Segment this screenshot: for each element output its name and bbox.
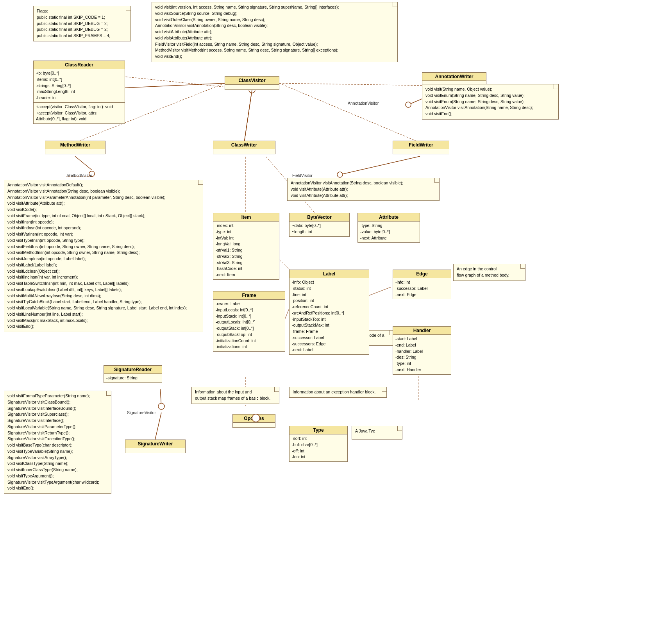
handler-note: Information about an exception handler b… (289, 387, 387, 398)
method-writer-header: MethodWriter (45, 141, 105, 149)
edge-header: Edge (393, 270, 451, 278)
svg-point-8 (337, 172, 343, 177)
frame-header: Frame (213, 291, 285, 300)
svg-line-21 (155, 413, 161, 440)
annotation-visitor-note: void visit(String name, Object value); v… (422, 84, 559, 120)
class-reader-methods: +accept(visitor: ClassVisitor, flag: int… (34, 102, 125, 123)
flags-note: Flags: public static final int SKIP_CODE… (33, 6, 131, 41)
field-visitor-note: AnnotationVisitor visitAnnotation(String… (287, 178, 440, 201)
svg-line-2 (244, 90, 252, 143)
field-visitor-note-content: AnnotationVisitor visitAnnotation(String… (291, 180, 436, 198)
svg-point-25 (252, 414, 260, 422)
attribute-fields: -type: String -value: byte[0..*] -next: … (358, 222, 420, 242)
uml-diagram: Flags: public static final int SKIP_CODE… (0, 0, 672, 629)
signature-writer-header: SignatureWriter (125, 440, 185, 448)
method-visitor-note: AnnotationVisitor visitAnnotationDefault… (4, 180, 203, 332)
byte-vector-fields: ~data: byte[0..*] ~length: int (290, 222, 349, 236)
class-visitor-note: void visit(int version, int access, Stri… (152, 2, 398, 62)
handler-header: Handler (393, 327, 451, 335)
edge-fields: -info: int -successor: Label -next: Edge (393, 278, 451, 299)
item-header: Item (213, 213, 279, 222)
class-reader-box: ClassReader +b: byte[0..*] -items: int[0… (33, 61, 125, 124)
class-reader-fields: +b: byte[0..*] -items: int[0..*] -string… (34, 69, 125, 102)
type-header: Type (290, 426, 347, 434)
field-writer-box: FieldWriter (393, 141, 449, 154)
method-visitor-note-content: AnnotationVisitor visitAnnotationDefault… (7, 182, 200, 330)
annotation-writer-header: AnnotationWriter (422, 73, 486, 81)
edge-note-text: An edge in the controlflow graph of a me… (457, 266, 509, 277)
flags-note-content: Flags: public static final int SKIP_CODE… (37, 8, 127, 39)
svg-line-5 (75, 156, 92, 170)
label-fields: -info: Object -status: int -line: int -p… (290, 278, 369, 354)
signature-reader-fields: -signature: String (104, 374, 162, 382)
frame-box: Frame -owner: Label -inputLocals: int[0.… (213, 291, 285, 352)
byte-vector-header: ByteVector (290, 213, 349, 222)
annotation-visitor-note-content: void visit(String name, Object value); v… (425, 86, 555, 117)
svg-line-12 (279, 83, 420, 143)
type-note: A Java Tye (352, 426, 402, 440)
type-fields: -sort: int -buf: char[0..*] -off: int -l… (290, 434, 347, 461)
signature-visitor-note-content: void visitFormalTypeParameter(String nam… (7, 393, 108, 491)
item-fields: -index: int -type: int -intVal: int -lon… (213, 222, 279, 279)
method-visitor-label: MethodVisitor (67, 173, 92, 178)
frame-fields: -owner: Label -inputLocals: int[0..*] -i… (213, 300, 285, 351)
method-writer-box: MethodWriter (45, 141, 105, 154)
field-visitor-label: FieldVisitor (292, 173, 313, 178)
frame-note: Information about the input andoutput st… (191, 387, 279, 404)
handler-fields: -start: Label -end: Label -handler: Labe… (393, 335, 451, 374)
frame-note-text: Information about the input andoutput st… (195, 390, 270, 400)
attribute-header: Attribute (358, 213, 420, 222)
class-writer-header: ClassWriter (213, 141, 275, 149)
signature-writer-box: SignatureWriter (125, 440, 186, 453)
opcodes-circle (250, 412, 262, 424)
class-visitor-header: ClassVisitor (225, 77, 279, 85)
type-box: Type -sort: int -buf: char[0..*] -off: i… (289, 426, 348, 462)
svg-line-1 (123, 83, 225, 88)
class-visitor-box: ClassVisitor (225, 76, 279, 90)
type-note-text: A Java Tye (355, 429, 375, 433)
field-writer-header: FieldWriter (393, 141, 449, 149)
class-reader-header: ClassReader (34, 61, 125, 69)
handler-note-text: Information about an exception handler b… (293, 390, 375, 394)
svg-point-4 (406, 102, 411, 107)
item-box: Item -index: int -type: int -intVal: int… (213, 213, 279, 280)
svg-point-20 (158, 403, 164, 409)
signature-reader-header: SignatureReader (104, 366, 162, 374)
edge-note: An edge in the controlflow graph of a me… (453, 264, 525, 281)
byte-vector-box: ByteVector ~data: byte[0..*] ~length: in… (289, 213, 350, 237)
attribute-box: Attribute -type: String -value: byte[0..… (357, 213, 420, 243)
edge-box: Edge -info: int -successor: Label -next:… (393, 270, 451, 299)
signature-reader-box: SignatureReader -signature: String (104, 365, 162, 383)
class-visitor-note-content: void visit(int version, int access, Stri… (155, 4, 394, 60)
signature-visitor-note: void visitFormalTypeParameter(String nam… (4, 391, 111, 494)
label-header: Label (290, 270, 369, 278)
svg-line-10 (244, 90, 252, 143)
signature-visitor-label: SignatureVisitor (127, 410, 156, 415)
label-box: Label -info: Object -status: int -line: … (289, 270, 369, 355)
annotation-visitor-label: AnnotationVisitor (348, 101, 379, 105)
svg-line-7 (340, 156, 420, 175)
svg-line-19 (160, 389, 161, 406)
handler-box: Handler -start: Label -end: Label -handl… (393, 326, 451, 375)
class-writer-box: ClassWriter (213, 141, 275, 154)
